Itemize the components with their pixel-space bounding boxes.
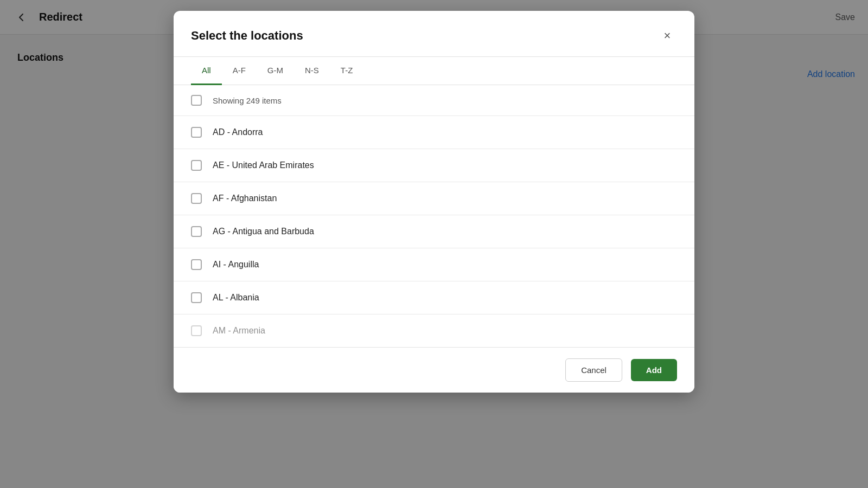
tab-all[interactable]: All bbox=[191, 57, 222, 85]
location-label-al: AL - Albania bbox=[213, 293, 259, 303]
location-label-ad: AD - Andorra bbox=[213, 127, 263, 137]
location-label-am: AM - Armenia bbox=[213, 326, 265, 336]
location-checkbox-am[interactable] bbox=[191, 325, 202, 336]
select-all-row[interactable]: Showing 249 items bbox=[174, 85, 694, 116]
list-item[interactable]: AE - United Arab Emirates bbox=[174, 149, 694, 182]
list-item[interactable]: AI - Anguilla bbox=[174, 248, 694, 281]
list-item[interactable]: AL - Albania bbox=[174, 281, 694, 314]
list-item[interactable]: AD - Andorra bbox=[174, 116, 694, 149]
modal-footer: Cancel Add bbox=[174, 347, 694, 393]
modal-title: Select the locations bbox=[191, 29, 303, 43]
location-checkbox-al[interactable] bbox=[191, 292, 202, 303]
modal-header: Select the locations × bbox=[174, 11, 694, 57]
modal-overlay: Select the locations × All A-F G-M N-S T… bbox=[0, 0, 868, 488]
location-label-ai: AI - Anguilla bbox=[213, 260, 259, 269]
tab-n-s[interactable]: N-S bbox=[294, 57, 330, 85]
tab-t-z[interactable]: T-Z bbox=[330, 57, 364, 85]
close-icon[interactable]: × bbox=[658, 26, 677, 46]
tab-a-f[interactable]: A-F bbox=[222, 57, 257, 85]
select-locations-modal: Select the locations × All A-F G-M N-S T… bbox=[174, 11, 694, 393]
location-checkbox-ae[interactable] bbox=[191, 160, 202, 171]
location-tabs: All A-F G-M N-S T-Z bbox=[174, 57, 694, 85]
location-label-ag: AG - Antigua and Barbuda bbox=[213, 227, 314, 236]
list-item[interactable]: AM - Armenia bbox=[174, 314, 694, 347]
locations-list[interactable]: Showing 249 items AD - Andorra AE - Unit… bbox=[174, 85, 694, 347]
location-label-af: AF - Afghanistan bbox=[213, 194, 277, 203]
cancel-button[interactable]: Cancel bbox=[565, 358, 622, 382]
list-item[interactable]: AG - Antigua and Barbuda bbox=[174, 215, 694, 248]
location-label-ae: AE - United Arab Emirates bbox=[213, 160, 314, 170]
location-checkbox-ag[interactable] bbox=[191, 226, 202, 237]
select-all-checkbox[interactable] bbox=[191, 95, 202, 106]
list-item[interactable]: AF - Afghanistan bbox=[174, 182, 694, 215]
location-checkbox-af[interactable] bbox=[191, 193, 202, 204]
add-button[interactable]: Add bbox=[631, 359, 677, 381]
location-checkbox-ai[interactable] bbox=[191, 259, 202, 270]
location-checkbox-ad[interactable] bbox=[191, 127, 202, 138]
items-count-label: Showing 249 items bbox=[213, 96, 282, 105]
tab-g-m[interactable]: G-M bbox=[257, 57, 294, 85]
